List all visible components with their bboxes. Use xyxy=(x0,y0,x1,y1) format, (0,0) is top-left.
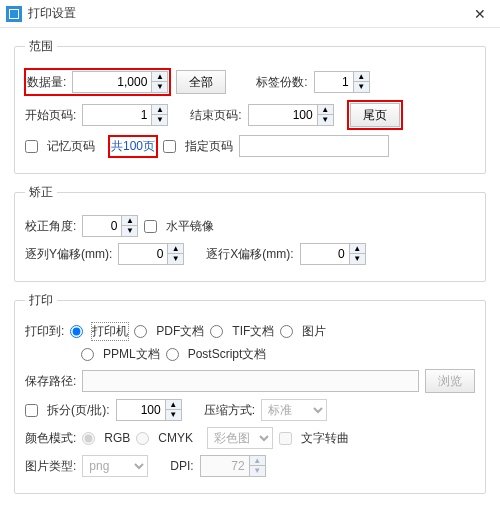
end-page-spinner[interactable]: ▲▼ xyxy=(248,104,334,126)
remember-page-checkbox[interactable] xyxy=(25,140,38,153)
split-spinner[interactable]: ▲▼ xyxy=(116,399,182,421)
radio-cmyk-label[interactable]: CMYK xyxy=(158,431,193,445)
title-bar: 打印设置 ✕ xyxy=(0,0,500,28)
copies-input[interactable] xyxy=(314,71,354,93)
rowx-label: 逐行X偏移(mm): xyxy=(206,246,293,263)
split-input[interactable] xyxy=(116,399,166,421)
last-page-button[interactable]: 尾页 xyxy=(350,103,400,127)
remember-page-label[interactable]: 记忆页码 xyxy=(47,138,95,155)
spin-down-icon[interactable]: ▼ xyxy=(250,466,266,477)
spin-up-icon[interactable]: ▲ xyxy=(354,71,370,82)
copies-spinner[interactable]: ▲▼ xyxy=(314,71,370,93)
data-count-label: 数据量: xyxy=(27,74,66,91)
spin-down-icon[interactable]: ▼ xyxy=(354,82,370,93)
copies-label: 标签份数: xyxy=(256,74,307,91)
range-legend: 范围 xyxy=(25,38,57,55)
dpi-spinner[interactable]: ▲▼ xyxy=(200,455,266,477)
last-page-highlight: 尾页 xyxy=(348,101,402,129)
start-page-input[interactable] xyxy=(82,104,152,126)
angle-spinner[interactable]: ▲▼ xyxy=(82,215,138,237)
specify-page-input[interactable] xyxy=(239,135,389,157)
radio-tif-label[interactable]: TIF文档 xyxy=(232,323,274,340)
color-profile-select[interactable]: 彩色图 xyxy=(207,427,273,449)
total-pages-highlight: 共100页 xyxy=(109,136,157,157)
all-button[interactable]: 全部 xyxy=(176,70,226,94)
start-page-spinner[interactable]: ▲▼ xyxy=(82,104,168,126)
compress-select[interactable]: 标准 xyxy=(261,399,327,421)
save-path-input[interactable] xyxy=(82,370,419,392)
radio-ppml[interactable] xyxy=(81,348,94,361)
spin-down-icon[interactable]: ▼ xyxy=(122,226,138,237)
mirror-label[interactable]: 水平镜像 xyxy=(166,218,214,235)
text-curve-checkbox[interactable] xyxy=(279,432,292,445)
data-count-highlight: 数据量: ▲▼ xyxy=(25,69,170,95)
radio-rgb-label[interactable]: RGB xyxy=(104,431,130,445)
split-label[interactable]: 拆分(页/批): xyxy=(47,402,110,419)
radio-rgb[interactable] xyxy=(82,432,95,445)
spin-up-icon[interactable]: ▲ xyxy=(250,455,266,466)
dpi-input[interactable] xyxy=(200,455,250,477)
spin-up-icon[interactable]: ▲ xyxy=(152,104,168,115)
rowx-spinner[interactable]: ▲▼ xyxy=(300,243,366,265)
spin-down-icon[interactable]: ▼ xyxy=(168,254,184,265)
radio-image[interactable] xyxy=(280,325,293,338)
spin-up-icon[interactable]: ▲ xyxy=(350,243,366,254)
rowx-input[interactable] xyxy=(300,243,350,265)
compress-label: 压缩方式: xyxy=(204,402,255,419)
radio-tif[interactable] xyxy=(210,325,223,338)
range-group: 范围 数据量: ▲▼ 全部 标签份数: ▲▼ 开始页码: ▲▼ 结束页码: ▲▼… xyxy=(14,38,486,174)
data-count-input[interactable] xyxy=(72,71,152,93)
specify-page-checkbox[interactable] xyxy=(163,140,176,153)
radio-postscript-label[interactable]: PostScript文档 xyxy=(188,346,267,363)
color-mode-label: 颜色模式: xyxy=(25,430,76,447)
app-icon xyxy=(6,6,22,22)
total-pages-label: 共100页 xyxy=(111,139,155,153)
radio-pdf[interactable] xyxy=(134,325,147,338)
angle-input[interactable] xyxy=(82,215,122,237)
spin-up-icon[interactable]: ▲ xyxy=(166,399,182,410)
end-page-input[interactable] xyxy=(248,104,318,126)
radio-cmyk[interactable] xyxy=(136,432,149,445)
spin-down-icon[interactable]: ▼ xyxy=(350,254,366,265)
start-page-label: 开始页码: xyxy=(25,107,76,124)
spin-up-icon[interactable]: ▲ xyxy=(122,215,138,226)
radio-printer[interactable] xyxy=(70,325,83,338)
radio-postscript[interactable] xyxy=(166,348,179,361)
image-type-label: 图片类型: xyxy=(25,458,76,475)
split-checkbox[interactable] xyxy=(25,404,38,417)
dpi-label: DPI: xyxy=(170,459,193,473)
text-curve-label[interactable]: 文字转曲 xyxy=(301,430,349,447)
data-count-spinner[interactable]: ▲▼ xyxy=(72,71,168,93)
coly-spinner[interactable]: ▲▼ xyxy=(118,243,184,265)
save-path-label: 保存路径: xyxy=(25,373,76,390)
angle-label: 校正角度: xyxy=(25,218,76,235)
radio-image-label[interactable]: 图片 xyxy=(302,323,326,340)
spin-down-icon[interactable]: ▼ xyxy=(152,82,168,93)
print-legend: 打印 xyxy=(25,292,57,309)
radio-pdf-label[interactable]: PDF文档 xyxy=(156,323,204,340)
spin-down-icon[interactable]: ▼ xyxy=(318,115,334,126)
mirror-checkbox[interactable] xyxy=(144,220,157,233)
correct-legend: 矫正 xyxy=(25,184,57,201)
print-to-label: 打印到: xyxy=(25,323,64,340)
print-group: 打印 打印到: 打印机 PDF文档 TIF文档 图片 PPML文档 PostSc… xyxy=(14,292,486,494)
spin-up-icon[interactable]: ▲ xyxy=(168,243,184,254)
spin-up-icon[interactable]: ▲ xyxy=(318,104,334,115)
spin-up-icon[interactable]: ▲ xyxy=(152,71,168,82)
spin-down-icon[interactable]: ▼ xyxy=(152,115,168,126)
close-icon[interactable]: ✕ xyxy=(460,6,500,22)
spin-down-icon[interactable]: ▼ xyxy=(166,410,182,421)
correct-group: 矫正 校正角度: ▲▼ 水平镜像 逐列Y偏移(mm): ▲▼ 逐行X偏移(mm)… xyxy=(14,184,486,282)
radio-ppml-label[interactable]: PPML文档 xyxy=(103,346,160,363)
end-page-label: 结束页码: xyxy=(190,107,241,124)
specify-page-label[interactable]: 指定页码 xyxy=(185,138,233,155)
browse-button[interactable]: 浏览 xyxy=(425,369,475,393)
coly-input[interactable] xyxy=(118,243,168,265)
coly-label: 逐列Y偏移(mm): xyxy=(25,246,112,263)
radio-printer-label[interactable]: 打印机 xyxy=(92,323,128,340)
window-title: 打印设置 xyxy=(28,5,460,22)
image-type-select[interactable]: png xyxy=(82,455,148,477)
